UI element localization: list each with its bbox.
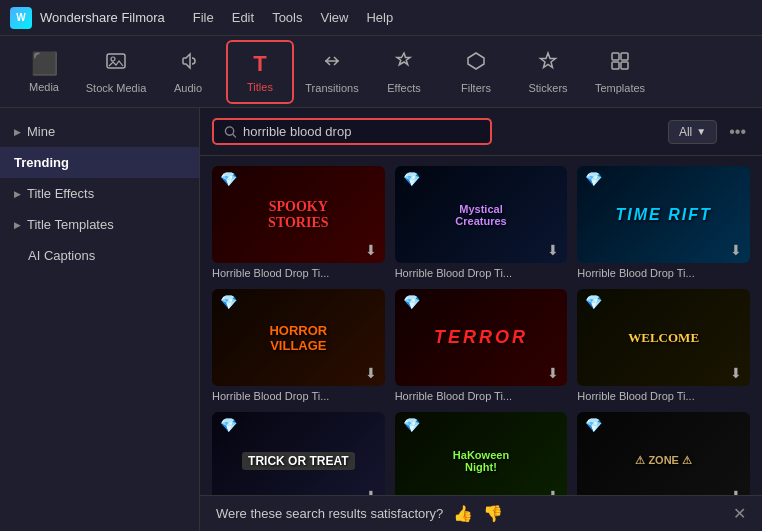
toolbar: ⬛ Media Stock Media Audio T Titles Trans… [0, 36, 762, 108]
svg-rect-3 [612, 53, 619, 60]
toolbar-stickers[interactable]: Stickers [514, 40, 582, 104]
grid-item-9[interactable]: 💎 ⚠ ZONE ⚠ ⬇ Horrible Blood Drop Ti... [577, 412, 750, 495]
audio-icon [177, 50, 199, 78]
grid-item-6[interactable]: 💎 WELCOME ⬇ Horrible Blood Drop Ti... [577, 289, 750, 402]
thumb-8: 💎 HaKoweenNight! ⬇ [395, 412, 568, 495]
stickers-icon [537, 50, 559, 78]
content-area: All ▼ ••• 💎 SPOOKYSTORIES ⬇ [200, 108, 762, 531]
grid-item-2[interactable]: 💎 MysticalCreatures ⬇ Horrible Blood Dro… [395, 166, 568, 279]
grid-label-2: Horrible Blood Drop Ti... [395, 267, 568, 279]
sidebar: ▶ Mine Trending ▶ Title Effects ▶ Title … [0, 108, 200, 531]
sidebar-item-ai-captions[interactable]: AI Captions [0, 240, 199, 271]
thumb-2: 💎 MysticalCreatures ⬇ [395, 166, 568, 263]
search-input[interactable] [243, 124, 480, 139]
feedback-bar: Were these search results satisfactory? … [200, 495, 762, 531]
menu-file[interactable]: File [193, 10, 214, 25]
chevron-down-icon: ▼ [696, 126, 706, 137]
media-icon: ⬛ [31, 51, 58, 77]
grid-label-6: Horrible Blood Drop Ti... [577, 390, 750, 402]
sidebar-item-title-effects[interactable]: ▶ Title Effects [0, 178, 199, 209]
chevron-right-icon-2: ▶ [14, 189, 21, 199]
toolbar-titles-label: Titles [247, 81, 273, 93]
feedback-close-button[interactable]: ✕ [733, 504, 746, 523]
toolbar-media-label: Media [29, 81, 59, 93]
thumb-1: 💎 SPOOKYSTORIES ⬇ [212, 166, 385, 263]
titlebar: W Wondershare Filmora File Edit Tools Vi… [0, 0, 762, 36]
main-area: ▶ Mine Trending ▶ Title Effects ▶ Title … [0, 108, 762, 531]
search-bar: All ▼ ••• [200, 108, 762, 156]
grid-label-1: Horrible Blood Drop Ti... [212, 267, 385, 279]
filters-icon [465, 50, 487, 78]
menu-help[interactable]: Help [366, 10, 393, 25]
toolbar-audio[interactable]: Audio [154, 40, 222, 104]
more-icon: ••• [729, 123, 746, 140]
thumbs-up-button[interactable]: 👍 [453, 504, 473, 523]
grid-item-5[interactable]: 💎 TERROR ⬇ Horrible Blood Drop Ti... [395, 289, 568, 402]
toolbar-effects[interactable]: Effects [370, 40, 438, 104]
grid-label-3: Horrible Blood Drop Ti... [577, 267, 750, 279]
thumb-6: 💎 WELCOME ⬇ [577, 289, 750, 386]
more-options-button[interactable]: ••• [725, 119, 750, 145]
toolbar-stock-media[interactable]: Stock Media [82, 40, 150, 104]
grid-label-4: Horrible Blood Drop Ti... [212, 390, 385, 402]
thumb-4: 💎 HORRORVILLAGE ⬇ [212, 289, 385, 386]
svg-rect-6 [621, 62, 628, 69]
grid-item-1[interactable]: 💎 SPOOKYSTORIES ⬇ Horrible Blood Drop Ti… [212, 166, 385, 279]
sidebar-title-templates-label: Title Templates [27, 217, 114, 232]
thumb-9: 💎 ⚠ ZONE ⚠ ⬇ [577, 412, 750, 495]
toolbar-filters-label: Filters [461, 82, 491, 94]
filter-label: All [679, 125, 692, 139]
stock-media-icon [105, 50, 127, 78]
search-input-wrapper[interactable] [212, 118, 492, 145]
grid-item-4[interactable]: 💎 HORRORVILLAGE ⬇ Horrible Blood Drop Ti… [212, 289, 385, 402]
sidebar-item-mine[interactable]: ▶ Mine [0, 116, 199, 147]
search-icon [224, 125, 237, 139]
sidebar-item-trending[interactable]: Trending [0, 147, 199, 178]
menu-bar: File Edit Tools View Help [193, 10, 393, 25]
grid-container: 💎 SPOOKYSTORIES ⬇ Horrible Blood Drop Ti… [200, 156, 762, 495]
chevron-right-icon-3: ▶ [14, 220, 21, 230]
toolbar-templates-label: Templates [595, 82, 645, 94]
sidebar-title-effects-label: Title Effects [27, 186, 94, 201]
toolbar-transitions-label: Transitions [305, 82, 358, 94]
sidebar-ai-captions-label: AI Captions [28, 248, 95, 263]
svg-rect-4 [621, 53, 628, 60]
toolbar-effects-label: Effects [387, 82, 420, 94]
search-controls: All ▼ ••• [668, 119, 750, 145]
thumb-5: 💎 TERROR ⬇ [395, 289, 568, 386]
toolbar-stock-media-label: Stock Media [86, 82, 147, 94]
menu-tools[interactable]: Tools [272, 10, 302, 25]
templates-icon [609, 50, 631, 78]
transitions-icon [321, 50, 343, 78]
chevron-right-icon: ▶ [14, 127, 21, 137]
results-grid: 💎 SPOOKYSTORIES ⬇ Horrible Blood Drop Ti… [212, 166, 750, 495]
sidebar-trending-label: Trending [14, 155, 69, 170]
toolbar-audio-label: Audio [174, 82, 202, 94]
svg-rect-5 [612, 62, 619, 69]
app-name: Wondershare Filmora [40, 10, 165, 25]
app-logo: W [10, 7, 32, 29]
sidebar-mine-label: Mine [27, 124, 55, 139]
toolbar-media[interactable]: ⬛ Media [10, 40, 78, 104]
menu-edit[interactable]: Edit [232, 10, 254, 25]
grid-item-7[interactable]: 💎 TRICK OR TREAT ⬇ Horrible Blood Drop T… [212, 412, 385, 495]
grid-item-8[interactable]: 💎 HaKoweenNight! ⬇ Horrible Blood Drop T… [395, 412, 568, 495]
titles-icon: T [253, 51, 266, 77]
thumbs-down-button[interactable]: 👎 [483, 504, 503, 523]
svg-marker-2 [468, 53, 484, 69]
menu-view[interactable]: View [320, 10, 348, 25]
grid-item-3[interactable]: 💎 TIME RIFT ⬇ Horrible Blood Drop Ti... [577, 166, 750, 279]
grid-label-5: Horrible Blood Drop Ti... [395, 390, 568, 402]
toolbar-titles[interactable]: T Titles [226, 40, 294, 104]
svg-point-1 [111, 57, 115, 61]
filter-dropdown[interactable]: All ▼ [668, 120, 717, 144]
thumb-7: 💎 TRICK OR TREAT ⬇ [212, 412, 385, 495]
toolbar-stickers-label: Stickers [528, 82, 567, 94]
toolbar-templates[interactable]: Templates [586, 40, 654, 104]
sidebar-item-title-templates[interactable]: ▶ Title Templates [0, 209, 199, 240]
thumb-3: 💎 TIME RIFT ⬇ [577, 166, 750, 263]
feedback-text: Were these search results satisfactory? [216, 506, 443, 521]
toolbar-filters[interactable]: Filters [442, 40, 510, 104]
effects-icon [393, 50, 415, 78]
toolbar-transitions[interactable]: Transitions [298, 40, 366, 104]
